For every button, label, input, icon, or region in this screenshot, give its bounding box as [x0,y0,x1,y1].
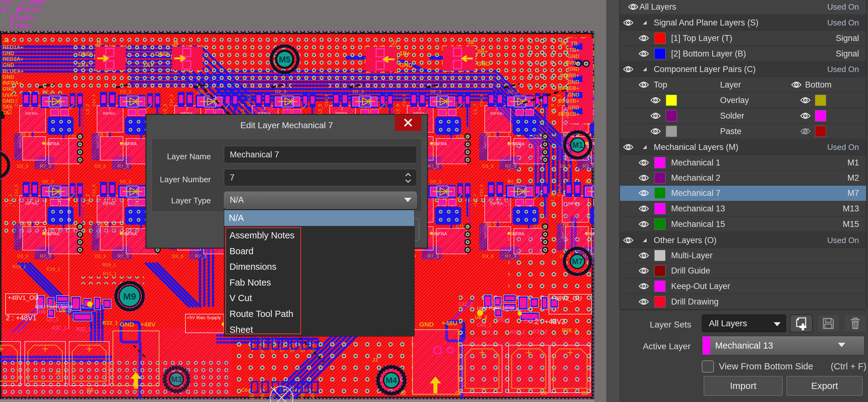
svg-text:GND: GND [2,74,14,80]
svg-text:C4: C4 [540,391,547,396]
svg-text:J8: J8 [468,39,474,45]
svg-text:GND: GND [2,86,14,92]
svg-text:L3_3: L3_3 [162,104,167,114]
svg-text:J7: J7 [391,40,398,46]
svg-text:2A+: 2A+ [78,62,88,68]
svg-text:GND: GND [567,92,579,98]
svg-text:TA+: TA+ [2,104,12,110]
svg-text:UVB+: UVB+ [565,60,579,66]
svg-text:GND: GND [2,50,14,56]
svg-text:GND: GND [477,60,490,67]
svg-text:Q1_2: Q1_2 [492,299,504,305]
svg-text:R33_1: R33_1 [102,320,118,326]
svg-text:2B+: 2B+ [477,48,488,55]
svg-text:L3_4: L3_4 [240,104,245,114]
svg-text:2 : +48V2: 2 : +48V2 [535,318,565,326]
svg-text:C44_2: C44_2 [481,330,496,335]
svg-text:Line2 Power Sense: Line2 Power Sense [477,306,515,310]
svg-text:R12_1: R12_1 [103,271,117,276]
svg-text:J3: J3 [55,370,60,376]
svg-text:GND: GND [419,321,434,328]
svg-text:+5V Bias Supply: +5V Bias Supply [187,315,221,320]
svg-text:GND: GND [155,51,168,57]
svg-text:Q1_1: Q1_1 [46,317,59,322]
svg-text:L3_8: L3_8 [550,104,555,114]
svg-text:L1_1: L1_1 [7,194,12,204]
svg-text:R16_1: R16_1 [102,262,116,267]
svg-text:R28_2: R28_2 [562,327,578,334]
svg-text:D8_2: D8_2 [547,307,559,312]
svg-text:L3_2: L3_2 [85,104,90,114]
svg-text:TA-: TA- [2,110,11,116]
svg-text:J1: J1 [372,357,378,363]
svg-text:GND: GND [567,79,579,85]
svg-text:M1: M1 [572,141,583,149]
svg-text:R37_2: R37_2 [533,329,547,335]
svg-text:Free: Free [10,21,29,30]
svg-text:RED2A+: RED2A+ [2,56,24,62]
svg-text:+48V2_OU: +48V2_OU [551,295,582,302]
svg-text:J5: J5 [95,40,101,47]
svg-text:INFRB+: INFRB+ [560,73,579,79]
svg-text:M7: M7 [572,257,583,266]
svg-text:BLUEB+: BLUEB+ [558,85,580,91]
svg-text:GND: GND [2,62,14,68]
svg-text:J9: J9 [560,40,566,47]
svg-text:M9: M9 [123,291,136,302]
svg-text:TB-: TB- [570,41,579,47]
svg-text:GND: GND [399,62,412,68]
svg-text:M5: M5 [279,55,290,64]
svg-text:2 : +48V1: 2 : +48V1 [6,314,37,322]
svg-text:R36_2: R36_2 [510,330,525,335]
svg-text:C6: C6 [582,391,588,396]
svg-text:C8: C8 [87,387,93,393]
svg-text:R32_1: R32_1 [76,326,91,332]
svg-text:L1_7: L1_7 [472,194,477,204]
svg-text:TB+: TB+ [569,47,579,53]
svg-text:C41_2: C41_2 [524,318,539,324]
svg-text:C19_1: C19_1 [46,266,60,271]
svg-text:GND: GND [78,51,91,57]
svg-text:GND: GND [567,66,579,72]
svg-text:R30_1: R30_1 [37,309,51,315]
svg-text:M4: M4 [386,376,397,385]
svg-text:1B+: 1B+ [399,50,410,57]
svg-text:BLUEA+: BLUEA+ [2,68,24,74]
svg-text:L3_6: L3_6 [395,104,400,114]
svg-text:+48V: +48V [140,321,156,328]
svg-text:R30_2: R30_2 [496,317,510,323]
svg-text:RED1B+: RED1B+ [558,111,579,117]
svg-text:GND: GND [2,98,14,104]
svg-text:UVA+: UVA+ [2,92,17,98]
svg-text:GND: GND [120,321,134,328]
svg-text:INFRA+: INFRA+ [2,80,22,86]
svg-text:R37_1: R37_1 [52,325,67,331]
svg-text:J4: J4 [172,40,178,47]
svg-text:1A+: 1A+ [143,62,154,68]
svg-text:J2: J2 [400,390,406,396]
svg-text:R15_1: R15_1 [12,264,26,269]
svg-text:RED2B+: RED2B+ [558,98,579,104]
svg-text:L3_7: L3_7 [472,104,477,114]
svg-text:L3_5: L3_5 [317,104,322,114]
svg-text:C2: C2 [455,391,462,396]
svg-text:J6: J6 [3,37,9,44]
svg-text:C43_2: C43_2 [477,322,492,328]
svg-text:C6: C6 [241,387,248,393]
svg-text:GND: GND [567,105,579,111]
svg-text:C42_2: C42_2 [458,302,473,307]
svg-text:+48U: +48U [442,319,457,326]
svg-text:GND: GND [567,53,579,59]
svg-text:RED1A+: RED1A+ [2,45,24,50]
svg-text:L1_2: L1_2 [85,194,90,204]
svg-text:U5_1: U5_1 [59,308,72,314]
svg-text:L1_8: L1_8 [550,194,555,204]
svg-text:+48V1_OU: +48V1_OU [8,294,39,302]
